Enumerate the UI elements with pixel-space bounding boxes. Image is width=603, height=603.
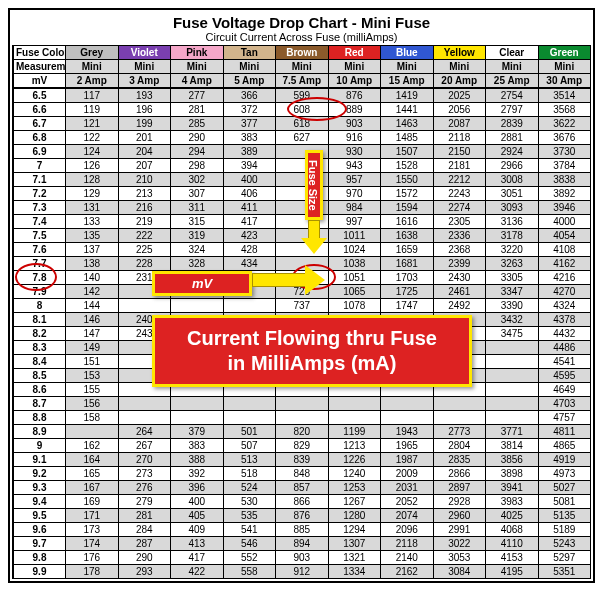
row-mv: 9.4 — [13, 495, 66, 509]
table-cell — [223, 383, 276, 397]
table-cell: 1011 — [328, 229, 381, 243]
table-cell — [171, 285, 224, 299]
table-row: 6.61191962813726088891441205627973568 — [13, 103, 591, 117]
table-cell: 277 — [171, 88, 224, 103]
table-row: 8.41514541 — [13, 355, 591, 369]
table-cell: 462 — [223, 327, 276, 341]
table-cell — [381, 355, 434, 369]
table-cell: 417 — [223, 215, 276, 229]
table-cell: 3022 — [433, 537, 486, 551]
table-cell: 243 — [118, 327, 171, 341]
table-cell: 240 — [118, 313, 171, 327]
col-color-brown: Brown — [276, 46, 329, 60]
table-cell: 2140 — [381, 551, 434, 565]
table-cell: 1334 — [328, 565, 381, 579]
row-mv: 7.6 — [13, 243, 66, 257]
table-cell: 5189 — [538, 523, 591, 537]
table-cell: 4757 — [538, 411, 591, 425]
table-cell — [276, 257, 329, 271]
table-cell: 117 — [66, 88, 119, 103]
row-mv: 7.3 — [13, 201, 66, 215]
row-mv: 9 — [13, 439, 66, 453]
table-cell: 178 — [66, 565, 119, 579]
header-fuse-color: Fuse Color — [13, 46, 66, 60]
row-mv: 8.1 — [13, 313, 66, 327]
table-cell — [381, 397, 434, 411]
table-cell: 848 — [276, 467, 329, 481]
table-cell: 456 — [223, 313, 276, 327]
table-cell — [223, 411, 276, 425]
table-cell: 324 — [171, 243, 224, 257]
row-mv: 8.4 — [13, 355, 66, 369]
table-cell: 1307 — [328, 537, 381, 551]
table-row: 9.216527339251884812402009286638984973 — [13, 467, 591, 481]
table-cell: 2523 — [433, 313, 486, 327]
table-cell: 3622 — [538, 117, 591, 131]
table-cell: 1199 — [328, 425, 381, 439]
table-cell: 2009 — [381, 467, 434, 481]
table-cell: 1226 — [328, 453, 381, 467]
table-cell — [486, 341, 539, 355]
table-cell: 388 — [171, 453, 224, 467]
table-cell: 5243 — [538, 537, 591, 551]
table-cell: 199 — [118, 117, 171, 131]
table-cell — [433, 397, 486, 411]
table-cell: 3838 — [538, 173, 591, 187]
table-row: 9.917829342255891213342162308441955351 — [13, 565, 591, 579]
table-cell: 2212 — [433, 173, 486, 187]
table-row: 9.316727639652485712532031289739415027 — [13, 481, 591, 495]
table-cell: 3771 — [486, 425, 539, 439]
table-cell: 151 — [66, 355, 119, 369]
table-cell: 756 — [276, 327, 329, 341]
row-mv: 9.1 — [13, 453, 66, 467]
table-cell: 4595 — [538, 369, 591, 383]
table-row: 8.926437950182011991943277337714811 — [13, 425, 591, 439]
table-cell: 558 — [223, 565, 276, 579]
table-cell: 2492 — [433, 299, 486, 313]
table-cell: 524 — [223, 481, 276, 495]
table-cell — [381, 369, 434, 383]
row-mv: 6.8 — [13, 131, 66, 145]
table-cell: 417 — [171, 551, 224, 565]
table-row: 7.31312163114119841594227430933946 — [13, 201, 591, 215]
table-cell — [223, 299, 276, 313]
table-cell: 228 — [118, 257, 171, 271]
table-cell: 627 — [276, 131, 329, 145]
table-cell: 332 — [171, 271, 224, 285]
table-cell: 276 — [118, 481, 171, 495]
table-cell: 284 — [118, 523, 171, 537]
row-mv: 7.1 — [13, 173, 66, 187]
col-color-blue: Blue — [381, 46, 434, 60]
table-cell: 4025 — [486, 509, 539, 523]
table-cell: 1725 — [381, 285, 434, 299]
col-amp-top-4: Mini — [276, 60, 329, 74]
table-cell: 3093 — [486, 201, 539, 215]
table-cell: 1267 — [328, 495, 381, 509]
table-cell: 1051 — [328, 271, 381, 285]
table-row: 9.817629041755290313212140305341535297 — [13, 551, 591, 565]
table-cell: 285 — [171, 117, 224, 131]
table-cell: 2991 — [433, 523, 486, 537]
table-cell: 4068 — [486, 523, 539, 537]
table-cell: 219 — [118, 215, 171, 229]
table-row: 9.416927940053086612672052292839835081 — [13, 495, 591, 509]
table-cell: 4324 — [538, 299, 591, 313]
table-cell: 213 — [118, 187, 171, 201]
table-row: 814473710781747249233904324 — [13, 299, 591, 313]
table-cell: 400 — [171, 495, 224, 509]
table-cell: 997 — [328, 215, 381, 229]
row-mv: 8.5 — [13, 369, 66, 383]
table-cell: 405 — [171, 509, 224, 523]
table-cell: 3946 — [538, 201, 591, 215]
table-cell: 2096 — [381, 523, 434, 537]
table-cell — [486, 411, 539, 425]
table-cell: 4162 — [538, 257, 591, 271]
table-cell: 2897 — [433, 481, 486, 495]
table-cell: 518 — [223, 467, 276, 481]
table-cell: 4216 — [538, 271, 591, 285]
col-amp-top-5: Mini — [328, 60, 381, 74]
table-cell: 5297 — [538, 551, 591, 565]
table-cell — [171, 383, 224, 397]
table-row: 9.116427038851383912261987283538564919 — [13, 453, 591, 467]
col-amp-top-1: Mini — [118, 60, 171, 74]
